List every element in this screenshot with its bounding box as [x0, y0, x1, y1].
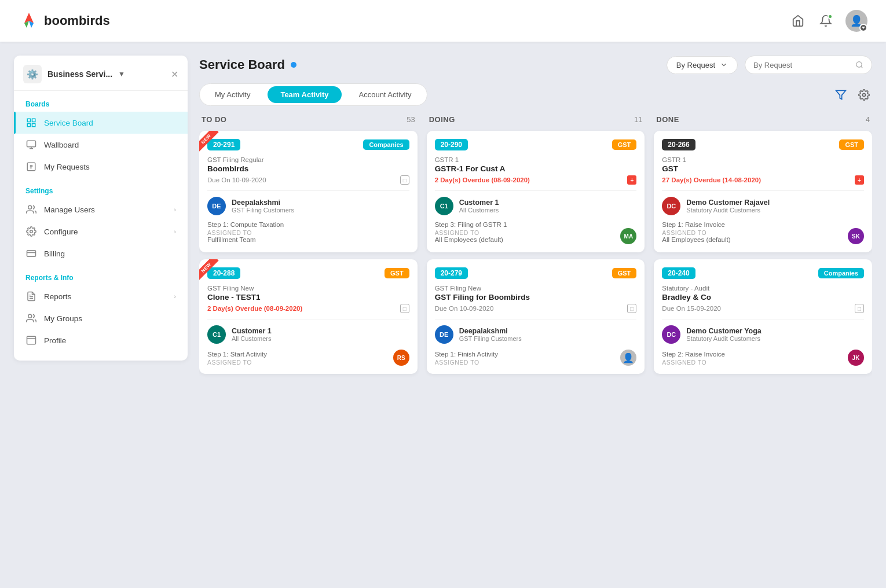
my-requests-icon — [25, 161, 37, 172]
card-step-team: Fulfillment Team — [207, 236, 409, 243]
card-name: Clone - TEST1 — [207, 293, 409, 302]
main-layout: ⚙️ Business Servi... ▼ ✕ Boards Service … — [0, 42, 886, 588]
assignee-avatar: DC — [662, 197, 680, 215]
sidebar-app-icon: ⚙️ — [23, 65, 42, 83]
logo-icon — [19, 10, 39, 31]
sidebar-item-configure[interactable]: Configure › — [14, 220, 188, 242]
assignee-role: Statutory Audit Customers — [686, 207, 770, 214]
profile-icon — [25, 335, 37, 346]
col-count-done: 4 — [866, 115, 870, 124]
tab-team-activity[interactable]: Team Activity — [268, 86, 341, 103]
tabs-row: My Activity Team Activity Account Activi… — [199, 83, 872, 106]
card-top: 20-266 GST — [662, 139, 864, 150]
page-title-dot — [291, 62, 296, 68]
sidebar-item-wallboard[interactable]: Wallboard — [14, 134, 188, 156]
assignee-info: Deepalakshmi GST Filing Customers — [232, 199, 294, 214]
notification-icon[interactable] — [818, 13, 834, 29]
card-bottom: Step 1: Raise Invoice ASSIGNED TO All Em… — [662, 221, 864, 244]
logo[interactable]: boombirds — [19, 10, 110, 31]
overdue-icon: + — [627, 175, 636, 185]
home-icon[interactable] — [790, 13, 806, 29]
card-20-291[interactable]: 20-291 Companies GST Filing Regular Boom… — [199, 131, 418, 252]
sidebar-header-left: ⚙️ Business Servi... ▼ — [23, 65, 125, 83]
card-assignee: DE Deepalakshmi GST Filing Customers — [207, 197, 409, 215]
card-tag-badge: GST — [839, 139, 864, 150]
svg-line-25 — [861, 67, 863, 68]
sidebar-item-service-board[interactable]: Service Board — [14, 112, 188, 134]
card-20-288[interactable]: 20-288 GST GST Filing New Clone - TEST1 … — [199, 259, 418, 374]
topnav: boombirds 👤 — [0, 0, 886, 42]
card-assignee: DE Deepalakshmi GST Filing Customers — [435, 325, 637, 344]
sidebar-item-my-requests[interactable]: My Requests — [14, 156, 188, 178]
card-20-279[interactable]: 20-279 GST GST Filing New GST Filing for… — [427, 259, 645, 374]
sidebar: ⚙️ Business Servi... ▼ ✕ Boards Service … — [14, 56, 188, 361]
search-input[interactable] — [753, 61, 851, 69]
assignee-name: Demo Customer Yoga — [686, 327, 761, 335]
card-name: GST Filing for Boombirds — [435, 293, 637, 302]
card-id-badge: 20-240 — [662, 267, 695, 279]
assignee-info: Demo Customer Rajavel Statutory Audit Cu… — [686, 199, 770, 214]
by-request-dropdown[interactable]: By Request — [667, 56, 738, 74]
card-divider — [662, 319, 864, 319]
sidebar-label-profile: Profile — [44, 336, 176, 345]
new-ribbon — [199, 131, 225, 156]
svg-point-16 — [30, 230, 33, 233]
svg-point-21 — [28, 314, 32, 318]
svg-rect-7 — [27, 124, 30, 127]
section-label-reports: Reports & Info — [14, 264, 188, 285]
sidebar-app-name: Business Servi... — [47, 69, 112, 79]
assignee-role: Statutory Audit Customers — [686, 335, 761, 342]
kanban-board: TO DO 53 20-291 Companies GST Filing Reg… — [199, 115, 872, 574]
search-icon — [855, 60, 863, 69]
col-header-doing: DOING 11 — [427, 115, 645, 124]
card-step-team: All Employees (default) — [435, 236, 621, 243]
assignee-avatar: DE — [207, 197, 226, 215]
tabs-right — [833, 87, 872, 103]
my-groups-icon — [25, 313, 37, 324]
step-avatar: RS — [393, 350, 409, 366]
svg-rect-22 — [27, 336, 36, 344]
tab-my-activity[interactable]: My Activity — [202, 86, 263, 103]
filter-icon[interactable] — [833, 87, 849, 103]
section-label-settings: Settings — [14, 178, 188, 199]
sidebar-item-my-groups[interactable]: My Groups — [14, 307, 188, 329]
col-count-todo: 53 — [407, 115, 415, 124]
board-settings-icon[interactable] — [856, 87, 872, 103]
card-step-label: ASSIGNED TO — [662, 229, 848, 236]
card-due: 2 Day(s) Overdue (08-09-2020) □ — [207, 304, 409, 313]
assignee-avatar: C1 — [435, 197, 453, 215]
card-20-290[interactable]: 20-290 GST GSTR 1 GSTR-1 For Cust A 2 Da… — [427, 131, 645, 252]
user-avatar[interactable]: 👤 — [845, 10, 867, 32]
tab-account-activity[interactable]: Account Activity — [346, 86, 424, 103]
col-title-todo: TO DO — [202, 115, 226, 124]
sidebar-label-service-board: Service Board — [44, 119, 176, 127]
card-name: Boombirds — [207, 164, 409, 173]
card-20-266[interactable]: 20-266 GST GSTR 1 GST 27 Day(s) Overdue … — [654, 131, 872, 252]
sidebar-item-billing[interactable]: Billing — [14, 242, 188, 264]
svg-point-27 — [863, 93, 866, 96]
assignee-name: Customer 1 — [232, 327, 272, 335]
due-icon: □ — [400, 304, 409, 313]
card-step: Step 3: Filing of GSTR 1 — [435, 221, 621, 228]
card-due: Due On 10-09-2020 □ — [435, 304, 637, 313]
search-bar — [745, 56, 872, 74]
col-title-doing: DOING — [429, 115, 455, 124]
sidebar-item-reports[interactable]: Reports › — [14, 285, 188, 307]
sidebar-item-profile[interactable]: Profile — [14, 329, 188, 351]
card-step-label: ASSIGNED TO — [662, 359, 848, 366]
sidebar-label-manage-users: Manage Users — [44, 205, 167, 214]
card-step-info: Step 3: Filing of GSTR 1 ASSIGNED TO All… — [435, 221, 621, 244]
sidebar-item-manage-users[interactable]: Manage Users › — [14, 199, 188, 220]
sidebar-close-button[interactable]: ✕ — [171, 69, 178, 80]
col-header-done: DONE 4 — [654, 115, 872, 124]
card-top: 20-240 Companies — [662, 267, 864, 279]
svg-rect-6 — [32, 124, 35, 127]
sidebar-label-configure: Configure — [44, 227, 167, 236]
card-bottom: Step 1: Compute Taxation ASSIGNED TO Ful… — [207, 221, 409, 244]
card-20-240[interactable]: 20-240 Companies Statutory - Audit Bradl… — [654, 259, 872, 374]
svg-rect-4 — [27, 119, 30, 122]
kanban-col-done: DONE 4 20-266 GST GSTR 1 GST 27 Day(s) O… — [654, 115, 872, 574]
card-assignee: DC Demo Customer Rajavel Statutory Audit… — [662, 197, 864, 215]
sidebar-dropdown-arrow[interactable]: ▼ — [118, 70, 125, 78]
page-title: Service Board — [199, 57, 285, 72]
